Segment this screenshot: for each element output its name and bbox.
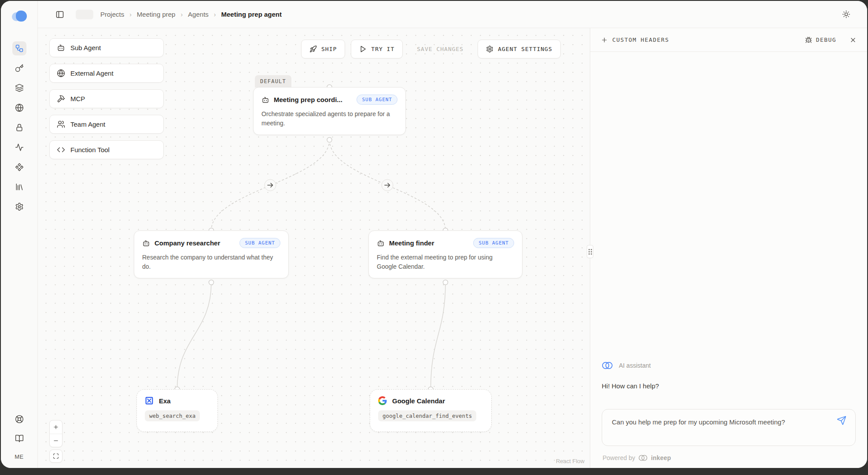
sidebar-item-domains[interactable] (12, 101, 26, 115)
tool-title: Google Calendar (392, 397, 445, 405)
node-description: Find the external meeting to prep for us… (377, 253, 514, 271)
minus-icon (53, 438, 59, 444)
try-it-button[interactable]: TRY IT (351, 40, 403, 58)
bug-icon (805, 37, 812, 44)
chat-area: AI assistant Hi! How can I help? Can you… (590, 361, 867, 468)
gear-icon (486, 45, 493, 53)
sidebar-item-library[interactable] (12, 180, 26, 194)
custom-headers-label: CUSTOM HEADERS (612, 37, 669, 43)
palette-item-external-agent[interactable]: External Agent (49, 64, 164, 83)
bot-icon (261, 96, 269, 104)
inkeep-brand-icon (638, 454, 648, 462)
globe-icon (15, 103, 24, 112)
debug-button[interactable]: DEBUG (805, 37, 836, 44)
default-graph-tab[interactable]: DEFAULT (255, 75, 291, 88)
bot-icon (377, 239, 385, 247)
ship-button[interactable]: SHIP (301, 40, 345, 58)
rocket-icon (309, 45, 317, 53)
flow-canvas[interactable]: Sub Agent External Agent MCP Team Agent … (38, 28, 590, 468)
key-icon (15, 64, 24, 73)
breadcrumb-item[interactable]: Projects (100, 11, 124, 18)
exa-logo-icon (145, 396, 154, 405)
chat-input-value: Can you help me prep for my upcoming Mic… (612, 417, 808, 428)
sidebar-item-settings[interactable] (12, 200, 26, 214)
save-changes-button[interactable]: SAVE CHANGES (408, 40, 472, 58)
palette-item-team-agent[interactable]: Team Agent (49, 115, 164, 134)
sidebar-item-keys[interactable] (12, 61, 26, 75)
react-flow-attribution[interactable]: React Flow (556, 458, 585, 464)
palette-item-function-tool[interactable]: Function Tool (49, 140, 164, 159)
breadcrumb-item[interactable]: Agents (188, 11, 209, 18)
lock-icon (15, 123, 24, 132)
sidebar-item-activity[interactable] (12, 140, 26, 154)
users-icon (57, 120, 65, 128)
sidebar-item-auth[interactable] (12, 121, 26, 135)
sidebar-item-graph[interactable] (12, 41, 26, 55)
node-title: Meeting finder (389, 239, 469, 247)
chat-input[interactable]: Can you help me prep for my upcoming Mic… (602, 409, 856, 446)
powered-by-attribution[interactable]: Powered by inkeep (602, 454, 856, 462)
ship-label: SHIP (321, 46, 337, 52)
tool-function-pill: google_calendar_find_events (378, 410, 476, 421)
node-google-calendar-tool[interactable]: Google Calendar google_calendar_find_eve… (370, 389, 492, 432)
help-button[interactable] (12, 412, 26, 426)
node-exa-tool[interactable]: Exa web_search_exa (136, 389, 218, 432)
panel-header: CUSTOM HEADERS DEBUG (590, 28, 867, 52)
panel-left-toggle-icon[interactable] (55, 10, 64, 19)
assistant-name-label: AI assistant (619, 362, 651, 369)
breadcrumb-item[interactable]: Meeting prep (137, 11, 176, 18)
user-avatar[interactable]: ME (15, 451, 24, 461)
breadcrumb-separator: › (180, 11, 183, 18)
breadcrumb-separator: › (214, 11, 216, 18)
close-panel-button[interactable] (850, 37, 857, 44)
canvas-toolbar: SHIP TRY IT SAVE CHANGES AGENT SETTINGS (301, 40, 561, 58)
node-meeting-finder[interactable]: Meeting finder SUB AGENT Find the extern… (368, 230, 522, 278)
sidebar-item-layers[interactable] (12, 81, 26, 95)
edge-arrow-badge (382, 179, 393, 191)
palette-item-sub-agent[interactable]: Sub Agent (49, 38, 164, 57)
top-header: Projects › Meeting prep › Agents › Meeti… (38, 1, 867, 28)
hammer-icon (57, 95, 65, 103)
code-icon (57, 146, 65, 154)
component-icon (15, 163, 24, 172)
custom-headers-button[interactable]: CUSTOM HEADERS (601, 37, 669, 44)
agent-settings-label: AGENT SETTINGS (498, 46, 552, 52)
sidebar-item-components[interactable] (12, 160, 26, 174)
bot-icon (57, 44, 65, 52)
panel-resize-handle[interactable] (587, 245, 593, 258)
palette-item-label: MCP (70, 95, 85, 102)
book-open-icon (15, 434, 24, 443)
sub-agent-badge: SUB AGENT (473, 238, 514, 248)
plus-icon (601, 37, 608, 44)
node-meeting-prep-coordinator[interactable]: Meeting prep coordi... SUB AGENT Orchest… (253, 87, 406, 135)
brand-label: inkeep (651, 454, 671, 461)
activity-icon (15, 143, 24, 152)
fit-view-button[interactable] (49, 449, 63, 463)
workflow-icon (15, 44, 24, 53)
theme-toggle-sun-icon[interactable] (842, 10, 850, 18)
palette-item-label: Team Agent (70, 121, 105, 128)
zoom-in-button[interactable] (50, 420, 62, 434)
palette-item-mcp[interactable]: MCP (49, 89, 164, 108)
zoom-controls (49, 420, 63, 447)
globe-icon (57, 69, 65, 77)
sub-agent-badge: SUB AGENT (239, 238, 280, 248)
breadcrumb-current: Meeting prep agent (221, 11, 282, 18)
node-title: Company researcher (154, 239, 235, 247)
save-changes-label: SAVE CHANGES (417, 46, 463, 52)
node-company-researcher[interactable]: Company researcher SUB AGENT Research th… (134, 230, 289, 278)
play-icon (359, 45, 367, 53)
maximize-icon (53, 453, 59, 459)
palette-item-label: Sub Agent (70, 44, 101, 51)
node-description: Research the company to understand what … (142, 253, 280, 271)
gear-icon (15, 202, 24, 211)
plus-icon (53, 424, 59, 430)
edge-arrow-badge (265, 179, 276, 191)
debug-label: DEBUG (816, 37, 836, 43)
left-rail: ME (1, 1, 38, 468)
docs-button[interactable] (12, 431, 26, 446)
inkeep-logo[interactable] (12, 11, 27, 22)
send-button[interactable] (837, 416, 846, 425)
agent-settings-button[interactable]: AGENT SETTINGS (478, 40, 561, 58)
zoom-out-button[interactable] (50, 434, 62, 447)
